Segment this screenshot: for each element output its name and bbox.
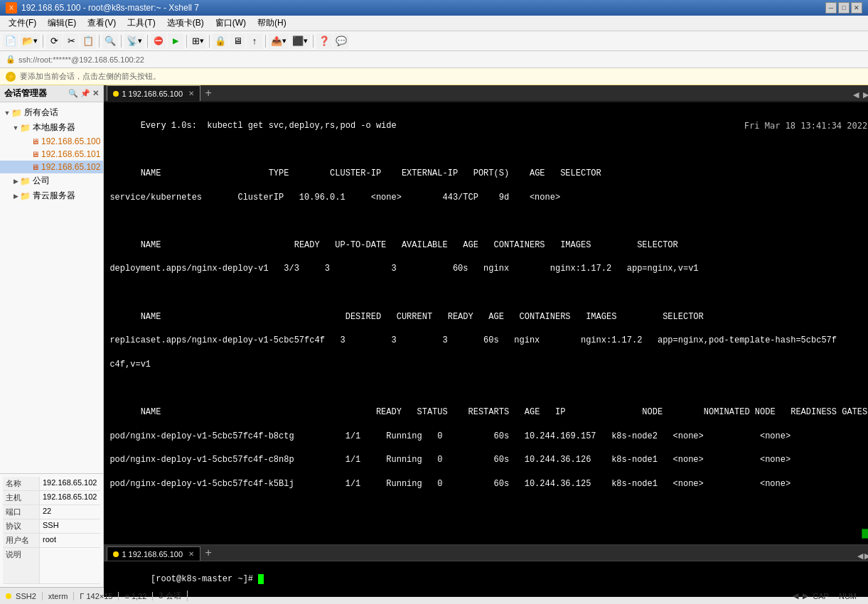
status-nav-left[interactable]: ◀ (793, 591, 798, 600)
tab-dot (113, 91, 119, 97)
window-controls[interactable]: ─ □ ✕ (825, 2, 862, 14)
toolbar-sep-3 (121, 35, 122, 48)
info-value-name: 192.168.65.102 (40, 477, 100, 490)
toolbar-sep-1 (43, 35, 43, 48)
terminal-bottom-content[interactable]: [root@k8s-master ~]# (104, 561, 868, 597)
toolbar-split-btn[interactable]: ⬛▾ (290, 33, 310, 49)
maximize-button[interactable]: □ (838, 2, 850, 14)
tree-item-s100[interactable]: 🖥 192.168.65.100 (0, 135, 103, 148)
toolbar-btn-11[interactable]: ↑ (247, 33, 262, 49)
tree-item-qingyun[interactable]: ▶ 📁 青云服务器 (0, 188, 103, 203)
toolbar-btn-12[interactable]: 📤▾ (269, 33, 289, 49)
info-label-protocol: 协议 (3, 519, 40, 533)
terminal-bottom: 1 192.168.65.100 ✕ + ◀ ▶ [root@k8s-maste… (104, 544, 868, 587)
toolbar-btn-3[interactable]: ✂ (63, 33, 79, 49)
tree-label-company: 公司 (33, 175, 50, 187)
menu-file[interactable]: 文件(F) (3, 16, 42, 31)
toolbar-btn-10[interactable]: 🖥 (230, 33, 245, 49)
tree-item-local[interactable]: ▼ 📁 本地服务器 (0, 120, 103, 135)
tree-item-s102[interactable]: 🖥 192.168.65.102 (0, 161, 103, 173)
tab-nav-left[interactable]: ◀ (852, 89, 860, 101)
address-prefix: 🔒 (6, 55, 16, 64)
bottom-tab-dot (113, 551, 119, 557)
info-label-port: 端口 (3, 505, 40, 519)
bottom-tab-bar: 1 192.168.65.100 ✕ + ◀ ▶ (104, 546, 868, 561)
menu-tools[interactable]: 工具(T) (122, 16, 161, 31)
sidebar-title: 会话管理器 (4, 87, 47, 99)
toolbar-chat-btn[interactable]: 💬 (333, 33, 349, 49)
terminal-tab-1[interactable]: 1 192.168.65.100 ✕ (107, 85, 200, 101)
cursor (258, 574, 264, 584)
toolbar-new-btn[interactable]: 📄 (3, 33, 18, 49)
toolbar-btn-9[interactable]: 🔒 (213, 33, 228, 49)
toolbar-btn-2[interactable]: ⟳ (46, 33, 62, 49)
rs-header: NAME DESIRED CURRENT READY AGE CONTAINER… (141, 312, 704, 322)
search-icon[interactable]: 🔍 (68, 89, 78, 98)
toolbar-open-btn[interactable]: 📂▾ (20, 33, 40, 49)
info-value-desc (40, 548, 100, 583)
status-nav-right[interactable]: ▶ (803, 591, 808, 600)
status-dot-ssh (6, 593, 11, 599)
window-title: 192.168.65.100 - root@k8s-master:~ - Xsh… (21, 3, 199, 13)
expand-local[interactable]: ▼ (11, 124, 20, 131)
menu-tabs[interactable]: 选项卡(B) (161, 16, 210, 31)
toolbar-sep-4 (147, 35, 148, 48)
info-panel: 名称 192.168.65.102 主机 192.168.65.102 端口 2… (0, 473, 103, 587)
address-text: ssh://root:******@192.168.65.100:22 (18, 55, 144, 64)
info-value-port: 22 (40, 505, 100, 519)
rs-row1: replicaset.apps/nginx-deploy-v1-5cbc57fc… (109, 335, 837, 345)
expand-company[interactable]: ▶ (11, 178, 20, 185)
bottom-tab-label: 1 192.168.65.100 (122, 550, 183, 559)
title-bar: X 192.168.65.100 - root@k8s-master:~ - X… (0, 0, 868, 16)
status-sessions: 3 会话 (159, 590, 187, 601)
notice-text: 要添加当前会话，点击左侧的箭头按钮。 (20, 71, 161, 82)
tree-label-qingyun: 青云服务器 (33, 190, 75, 202)
bottom-tab-1[interactable]: 1 192.168.65.100 ✕ (107, 546, 200, 561)
bottom-tab-add[interactable]: + (200, 545, 216, 561)
toolbar-btn-5[interactable]: 🔍 (102, 33, 118, 49)
status-ssh-label: SSH2 (16, 592, 36, 600)
tab-close-1[interactable]: ✕ (188, 90, 194, 97)
expand-qingyun[interactable]: ▶ (11, 193, 20, 200)
menu-window[interactable]: 窗口(W) (210, 16, 252, 31)
menu-view[interactable]: 查看(V) (82, 16, 122, 31)
terminal-output-top[interactable]: Every 1.0s: kubectl get svc,deploy,rs,po… (104, 102, 868, 544)
tab-nav-right[interactable]: ▶ (862, 89, 868, 101)
deploy-header: NAME READY UP-TO-DATE AVAILABLE AGE CONT… (141, 240, 678, 250)
tree-label-all: 所有会话 (24, 107, 58, 119)
menu-edit[interactable]: 编辑(E) (42, 16, 82, 31)
info-row-desc: 说明 (3, 548, 100, 584)
status-dim-value: 142×15 (86, 592, 112, 600)
bottom-nav-right[interactable]: ▶ (864, 551, 868, 561)
status-num: NUM (839, 592, 862, 600)
info-row-username: 用户名 root (3, 534, 100, 548)
tab-label-1: 1 192.168.65.100 (122, 90, 183, 98)
toolbar-btn-7[interactable]: ⛔ (151, 33, 166, 49)
toolbar-layout-btn[interactable]: ⊞▾ (190, 33, 206, 49)
tree-item-s101[interactable]: 🖥 192.168.65.101 (0, 148, 103, 161)
title-bar-left: X 192.168.65.100 - root@k8s-master:~ - X… (6, 2, 199, 14)
tree-label-s101: 192.168.65.101 (41, 149, 100, 159)
close-sidebar-icon[interactable]: ✕ (92, 89, 99, 98)
toolbar-help-btn[interactable]: ❓ (316, 33, 332, 49)
tab-add-button[interactable]: + (200, 85, 216, 101)
minimize-button[interactable]: ─ (825, 2, 837, 14)
toolbar-btn-4[interactable]: 📋 (80, 33, 96, 49)
menu-help[interactable]: 帮助(H) (252, 16, 292, 31)
address-bar: 🔒 ssh://root:******@192.168.65.100:22 (0, 51, 868, 68)
pin-icon[interactable]: 📌 (80, 89, 90, 98)
status-caps: CAP (813, 592, 835, 600)
bottom-nav-left[interactable]: ◀ (857, 551, 863, 561)
bottom-tab-close[interactable]: ✕ (188, 550, 194, 558)
close-button[interactable]: ✕ (851, 2, 862, 14)
prompt: [root@k8s-master ~]# (151, 574, 258, 584)
toolbar-btn-8[interactable]: ▶ (168, 33, 183, 49)
tree-item-all[interactable]: ▼ 📁 所有会话 (0, 105, 103, 120)
rs-row2: c4f,v=v1 (109, 360, 151, 370)
toolbar-btn-6[interactable]: 📡▾ (124, 33, 144, 49)
info-row-host: 主机 192.168.65.102 (3, 491, 100, 505)
status-position: ≡ 1,22 (124, 592, 153, 600)
toolbar: 📄 📂▾ ⟳ ✂ 📋 🔍 📡▾ ⛔ ▶ ⊞▾ 🔒 🖥 ↑ 📤▾ ⬛▾ ❓ 💬 (0, 31, 868, 51)
expand-all[interactable]: ▼ (3, 109, 11, 117)
tree-item-company[interactable]: ▶ 📁 公司 (0, 173, 103, 188)
